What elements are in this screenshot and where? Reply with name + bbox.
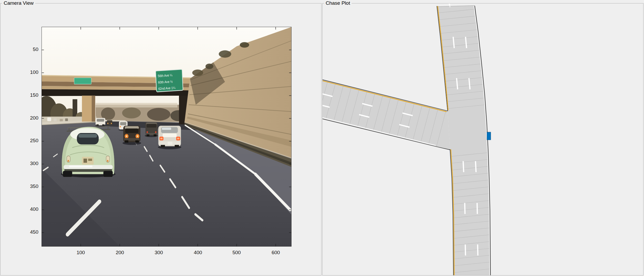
x-tick-label: 400 (186, 249, 210, 256)
distant-structures (96, 103, 187, 122)
highway-sign: 56th Ave ¼ 60th Ave ½ 62nd Ave 1¼ (156, 69, 183, 92)
y-tick-label: 300 (16, 160, 38, 167)
y-tick-label: 350 (16, 183, 38, 190)
chase-plot-panel: Chase Plot (322, 3, 643, 275)
x-tick-label: 100 (69, 249, 93, 256)
dark-car (122, 126, 141, 145)
x-tick-label: 200 (108, 249, 132, 256)
matlab-figure: Camera View (0, 0, 644, 276)
x-tick-label: 600 (264, 249, 288, 256)
y-tick-label: 450 (16, 229, 38, 235)
white-hatchback (95, 118, 105, 127)
distant-dark-car (107, 120, 113, 125)
y-tick-label: 50 (16, 46, 38, 53)
y-tick-label: 250 (16, 137, 38, 144)
x-tick-label: 300 (147, 249, 171, 256)
camera-view-panel: Camera View (0, 3, 321, 275)
chase-plot-axes (323, 3, 643, 275)
camera-frame-image: 56th Ave ¼ 60th Ave ½ 62nd Ave 1¼ (42, 27, 291, 246)
y-tick-label: 100 (16, 69, 38, 75)
silver-sedan (158, 126, 181, 149)
x-tick-label: 500 (225, 249, 248, 256)
camera-image-axes: 56th Ave ¼ 60th Ave ½ 62nd Ave 1¼ (42, 27, 291, 246)
y-tick-label: 150 (16, 92, 38, 98)
branch-road-surface (323, 80, 450, 149)
dark-van (145, 122, 158, 137)
y-tick-label: 200 (16, 115, 38, 121)
y-tick-label: 400 (16, 206, 38, 212)
camera-view-panel-title: Camera View (2, 0, 35, 6)
bridge-sign (74, 78, 91, 84)
ego-vehicle-marker (487, 132, 491, 140)
